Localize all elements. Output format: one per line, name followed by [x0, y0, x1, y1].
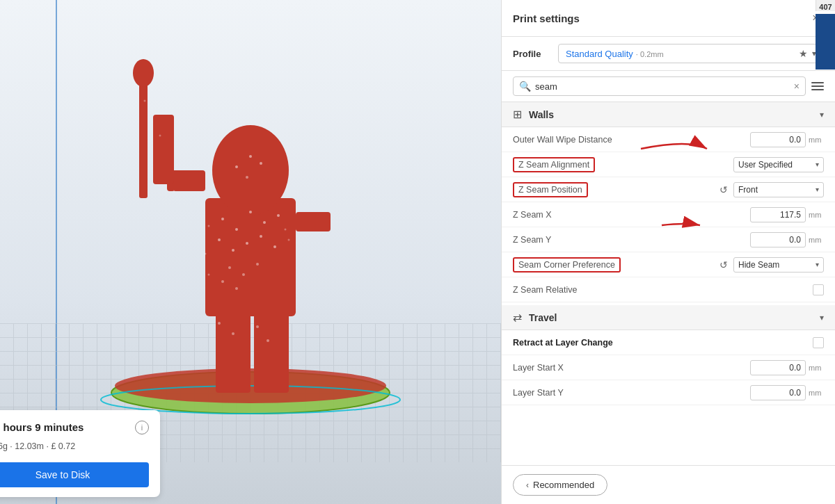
- svg-point-34: [256, 325, 259, 328]
- settings-content: ⊞ Walls ▾ Outer Wall Wipe Distance mm Z …: [502, 102, 835, 465]
- svg-point-15: [249, 211, 252, 213]
- svg-point-22: [273, 245, 276, 248]
- layer-start-x-unit: mm: [809, 364, 824, 372]
- walls-section-title: Walls: [529, 109, 820, 120]
- figure-container: [35, 31, 466, 434]
- svg-rect-5: [254, 309, 289, 393]
- layer-start-x-label: Layer Start X: [513, 363, 750, 373]
- layer-start-x-control: mm: [750, 360, 824, 375]
- svg-rect-4: [216, 309, 250, 393]
- outer-wall-wipe-distance-control: mm: [750, 132, 824, 147]
- profile-name: Standard Quality: [566, 49, 633, 59]
- z-seam-y-unit: mm: [809, 236, 824, 244]
- outer-wall-wipe-distance-input[interactable]: [750, 132, 806, 147]
- profile-version: · 0.2mm: [636, 50, 664, 58]
- z-seam-position-control: ↺ Front ▾: [719, 182, 824, 197]
- star-icon[interactable]: ★: [799, 48, 808, 59]
- z-seam-position-reset-icon[interactable]: ↺: [719, 184, 728, 195]
- menu-line-2: [811, 86, 824, 87]
- stats-time-text: 5 hours 9 minutes: [0, 421, 129, 433]
- svg-rect-12: [296, 212, 331, 231]
- z-seam-x-input[interactable]: [750, 207, 806, 222]
- layer-start-x-input[interactable]: [750, 360, 806, 375]
- search-row: 🔍 ×: [502, 71, 835, 102]
- scrollbar-thumb[interactable]: [816, 14, 835, 70]
- svg-point-39: [288, 239, 290, 241]
- z-seam-position-row: Z Seam Position ↺ Front ▾: [502, 177, 835, 202]
- recommended-label: Recommended: [533, 480, 594, 490]
- svg-rect-10: [139, 73, 148, 198]
- z-seam-position-dropdown[interactable]: Front ▾: [733, 182, 824, 197]
- seam-corner-preference-row: Seam Corner Preference ↺ Hide Seam ▾: [502, 252, 835, 277]
- z-seam-y-control: mm: [750, 232, 824, 247]
- layer-start-x-row: Layer Start X mm: [502, 355, 835, 380]
- z-seam-y-input[interactable]: [750, 232, 806, 247]
- svg-point-28: [249, 155, 252, 158]
- info-icon[interactable]: i: [135, 421, 149, 434]
- stats-time-row: ⏱ 5 hours 9 minutes i: [0, 420, 149, 434]
- layer-start-y-input[interactable]: [750, 385, 806, 400]
- seam-corner-preference-chevron: ▾: [816, 261, 819, 268]
- svg-point-43: [144, 100, 146, 102]
- svg-point-40: [208, 274, 210, 276]
- seam-corner-preference-label: Seam Corner Preference: [513, 257, 719, 273]
- seam-corner-preference-dropdown[interactable]: Hide Seam ▾: [733, 257, 824, 273]
- retract-at-layer-change-checkbox[interactable]: [813, 337, 824, 348]
- retract-at-layer-change-control: [813, 337, 824, 348]
- svg-point-37: [285, 229, 287, 231]
- outer-wall-wipe-distance-label: Outer Wall Wipe Distance: [513, 135, 750, 145]
- panel-header: Print settings ×: [502, 0, 835, 37]
- z-seam-relative-label: Z Seam Relative: [513, 285, 813, 295]
- travel-icon: ⇄: [513, 311, 522, 324]
- svg-point-41: [173, 190, 175, 193]
- stats-box: ⏱ 5 hours 9 minutes i ◎ 36g · 12.03m · £…: [0, 410, 160, 497]
- profile-label: Profile: [513, 49, 551, 59]
- seam-corner-preference-reset-icon[interactable]: ↺: [719, 259, 728, 270]
- svg-rect-6: [205, 198, 296, 316]
- z-seam-relative-checkbox[interactable]: [813, 284, 824, 295]
- layer-start-y-unit: mm: [809, 389, 824, 397]
- svg-point-13: [221, 218, 224, 220]
- seam-corner-preference-value: Hide Seam: [738, 260, 779, 270]
- z-seam-position-label: Z Seam Position: [513, 182, 719, 197]
- svg-point-33: [232, 332, 234, 335]
- search-input[interactable]: [535, 81, 794, 92]
- z-seam-y-row: Z Seam Y mm: [502, 227, 835, 252]
- svg-point-21: [260, 235, 262, 238]
- svg-point-30: [260, 162, 262, 165]
- svg-point-35: [267, 339, 269, 342]
- travel-section-title: Travel: [529, 312, 820, 323]
- svg-point-42: [159, 135, 161, 137]
- z-seam-alignment-chevron: ▾: [816, 161, 819, 168]
- z-seam-alignment-label: Z Seam Alignment: [513, 157, 733, 172]
- recommended-button[interactable]: ‹ Recommended: [513, 474, 607, 496]
- travel-section-header[interactable]: ⇄ Travel ▾: [502, 305, 835, 330]
- z-seam-x-unit: mm: [809, 211, 824, 219]
- svg-point-23: [228, 266, 231, 269]
- search-icon: 🔍: [519, 81, 531, 92]
- svg-point-25: [256, 263, 259, 266]
- svg-point-11: [133, 59, 154, 87]
- save-to-disk-button[interactable]: Save to Disk: [0, 462, 149, 487]
- menu-icon[interactable]: [811, 82, 824, 90]
- walls-icon: ⊞: [513, 108, 522, 121]
- z-seam-relative-control: [813, 284, 824, 295]
- profile-select[interactable]: Standard Quality· 0.2mm ★ ▾: [558, 44, 824, 63]
- stats-material-text: 36g · 12.03m · £ 0.72: [0, 441, 75, 451]
- scrollbar-number: 407: [816, 0, 835, 11]
- z-seam-alignment-dropdown[interactable]: User Specified ▾: [733, 157, 824, 172]
- layer-start-y-control: mm: [750, 385, 824, 400]
- svg-point-32: [218, 322, 221, 325]
- walls-section-header[interactable]: ⊞ Walls ▾: [502, 102, 835, 127]
- z-seam-alignment-control: User Specified ▾: [733, 157, 824, 172]
- z-seam-alignment-value: User Specified: [738, 160, 793, 170]
- viewport: ⏱ 5 hours 9 minutes i ◎ 36g · 12.03m · £…: [0, 0, 501, 504]
- search-clear-icon[interactable]: ×: [794, 81, 800, 92]
- z-seam-position-chevron: ▾: [816, 186, 819, 193]
- bottom-bar: ‹ Recommended: [502, 465, 835, 504]
- print-settings-panel: 407 Print settings × Profile Standard Qu…: [501, 0, 835, 504]
- outer-wall-wipe-distance-unit: mm: [809, 136, 824, 144]
- z-seam-position-value: Front: [738, 185, 758, 195]
- layer-start-y-row: Layer Start Y mm: [502, 380, 835, 405]
- z-seam-alignment-row: Z Seam Alignment User Specified ▾: [502, 152, 835, 177]
